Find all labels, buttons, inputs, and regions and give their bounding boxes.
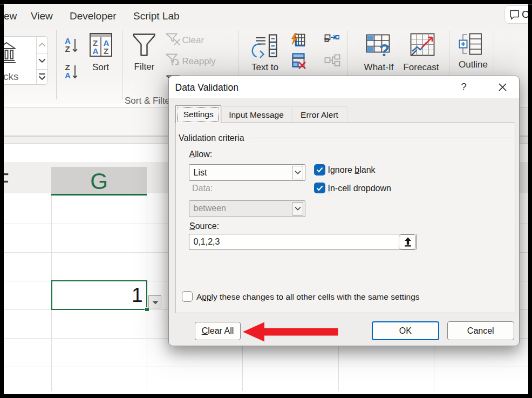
svg-text:?: ? xyxy=(379,41,390,57)
svg-text:A: A xyxy=(103,38,109,48)
svg-text:A: A xyxy=(92,46,98,56)
svg-text:A: A xyxy=(65,71,71,80)
svg-text:Z: Z xyxy=(93,38,98,48)
svg-text:Z: Z xyxy=(104,46,108,56)
svg-text:Z: Z xyxy=(65,44,70,53)
